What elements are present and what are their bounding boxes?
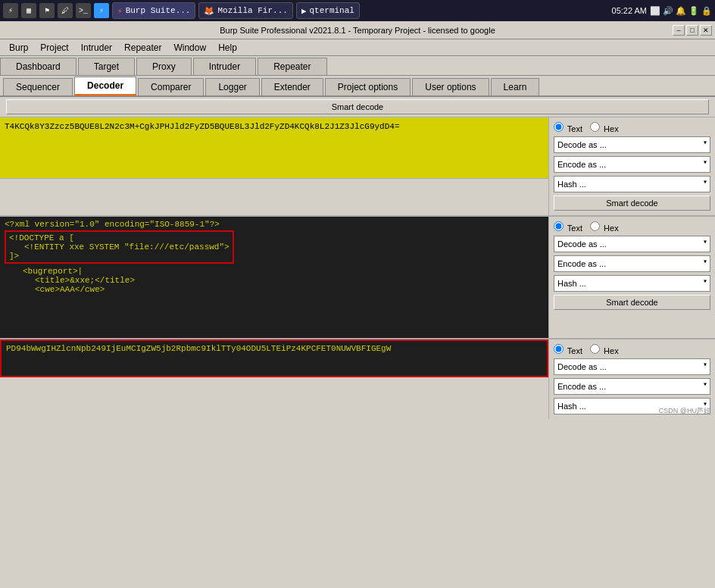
taskbar-sys-icon2: ▦ [21, 3, 36, 18]
section3-decode-dropdown[interactable]: Decode as ... [554, 358, 710, 375]
section1-smart-decode-button[interactable]: Smart decode [554, 195, 710, 211]
section2-hash-dropdown[interactable]: Hash ... [554, 275, 710, 292]
section3-decode-wrapper: Decode as ... [554, 358, 710, 375]
section2-radio-hex[interactable] [590, 221, 600, 231]
xml-line-4: ]> [9, 252, 229, 261]
tab-dashboard[interactable]: Dashboard [0, 58, 76, 75]
section2-radio-text[interactable] [554, 221, 564, 231]
menu-repeater[interactable]: Repeater [118, 41, 167, 55]
section1-radio-text[interactable] [554, 122, 564, 132]
section2-radio-hex-label[interactable]: Hex [590, 221, 619, 233]
taskbar-app-firefox-label: Mozilla Fir... [217, 6, 287, 15]
tab-project-options[interactable]: Project options [325, 78, 411, 95]
menu-bar: Burp Project Intruder Repeater Window He… [0, 39, 715, 56]
section1-radio-hex[interactable] [590, 122, 600, 132]
section2-radio-text-label[interactable]: Text [554, 221, 582, 233]
tabs-row1: Dashboard Target Proxy Intruder Repeater [0, 56, 715, 76]
menu-intruder[interactable]: Intruder [75, 41, 118, 55]
xml-line-2: <!DOCTYPE a [ [9, 233, 229, 242]
section1-radio-hex-label[interactable]: Hex [590, 122, 619, 133]
section3-radio-text[interactable] [554, 344, 564, 354]
section1-hash-dropdown[interactable]: Hash ... [554, 176, 710, 192]
section1-decode-dropdown[interactable]: Decode as ... [554, 136, 710, 153]
tab-learn[interactable]: Learn [491, 78, 540, 95]
terminal-icon: ▶ [301, 6, 307, 16]
section2-encode-wrapper: Encode as ... [554, 255, 710, 272]
xml-line-1: <?xml version="1.0" encoding="ISO-8859-1… [5, 220, 544, 229]
xml-line-5: <bugreport>| [5, 267, 544, 276]
taskbar-app-burp-label: Burp Suite... [126, 6, 191, 15]
section2-smart-decode-button[interactable]: Smart decode [554, 295, 710, 310]
tab-user-options[interactable]: User options [412, 78, 489, 95]
section2-hash-wrapper: Hash ... [554, 275, 710, 292]
taskbar-time: 05:22 AM [612, 6, 647, 15]
decoder-section-3: PD94bWwgIHZlcnNpb249IjEuMCIgZW5jb2Rpbmc9… [0, 339, 715, 419]
main-content: Smart decode T4KCQk8Y3Zzcz5BQUE8L2N2c3M+… [0, 97, 715, 588]
xml-line-3: <!ENTITY xxe SYSTEM "file:///etc/passwd"… [9, 242, 229, 252]
section2-encode-dropdown[interactable]: Encode as ... [554, 255, 710, 272]
window-controls[interactable]: – □ ✕ [673, 25, 712, 36]
tab-logger[interactable]: Logger [205, 78, 259, 95]
section3-radio-row: Text Hex [554, 344, 710, 355]
section1-decode-wrapper: Decode as ... [554, 136, 710, 153]
xml-line-6: <title>&xxe;</title> [5, 276, 544, 285]
taskbar-app-terminal-label: qterminal [310, 6, 354, 15]
smart-decode-top-bar: Smart decode [0, 97, 715, 117]
menu-project[interactable]: Project [34, 41, 74, 55]
section1-radio-text-label[interactable]: Text [554, 122, 582, 133]
menu-burp[interactable]: Burp [3, 41, 34, 55]
smart-decode-top-button[interactable]: Smart decode [6, 99, 709, 114]
section3-radio-text-label[interactable]: Text [554, 344, 582, 355]
bell-icon: 🔔 [676, 6, 686, 16]
lock-icon: 🔒 [701, 6, 712, 16]
tab-repeater[interactable]: Repeater [258, 58, 326, 75]
section1-text-wrapper: T4KCQk8Y3Zzcz5BQUE8L2N2c3M+CgkJPHJld2FyZ… [0, 117, 548, 215]
section3-radio-hex-label[interactable]: Hex [590, 344, 619, 355]
taskbar-sys-icon3: ⚑ [39, 3, 55, 18]
section3-text-wrapper: PD94bWwgIHZlcnNpb249IjEuMCIgZW5jb2Rpbmc9… [0, 339, 548, 419]
section1-encode-dropdown[interactable]: Encode as ... [554, 156, 710, 173]
close-button[interactable]: ✕ [700, 25, 712, 36]
tab-decoder[interactable]: Decoder [74, 77, 136, 95]
section3-radio-hex[interactable] [590, 344, 600, 354]
section3-encode-dropdown[interactable]: Encode as ... [554, 378, 710, 395]
tab-intruder[interactable]: Intruder [193, 58, 256, 75]
taskbar-sys-icon4: 🖊 [58, 3, 73, 18]
section1-scrollbar [0, 178, 548, 186]
firefox-icon: 🦊 [204, 6, 214, 16]
taskbar-sys-icons: ⬜ 🔊 🔔 🔋 🔒 [650, 6, 712, 16]
taskbar-app-terminal[interactable]: ▶ qterminal [296, 2, 360, 19]
tab-proxy[interactable]: Proxy [136, 58, 192, 75]
section2-decode-dropdown[interactable]: Decode as ... [554, 236, 710, 252]
section2-right-panel: Text Hex Decode as ... Encode as ... Has… [548, 217, 715, 338]
section3-right-panel: Text Hex Decode as ... Encode as ... Has… [548, 339, 715, 419]
minimize-button[interactable]: – [673, 25, 685, 36]
maximize-button[interactable]: □ [686, 25, 698, 36]
decoder-section-2: <?xml version="1.0" encoding="ISO-8859-1… [0, 216, 715, 338]
menu-window[interactable]: Window [167, 41, 212, 55]
taskbar-app-burp[interactable]: ⚡ Burp Suite... [112, 2, 195, 19]
battery-icon: 🔋 [688, 6, 699, 16]
taskbar-app-firefox[interactable]: 🦊 Mozilla Fir... [198, 2, 292, 19]
section1-encode-wrapper: Encode as ... [554, 156, 710, 173]
decoder-section-1: T4KCQk8Y3Zzcz5BQUE8L2N2c3M+CgkJPHJld2FyZ… [0, 117, 715, 215]
title-bar-text: Burp Suite Professional v2021.8.1 - Temp… [220, 26, 495, 35]
section1-text-area[interactable]: T4KCQk8Y3Zzcz5BQUE8L2N2c3M+CgkJPHJld2FyZ… [0, 117, 548, 178]
section1-right-panel: Text Hex Decode as ... Encode as ... Has… [548, 117, 715, 215]
section3-encode-wrapper: Encode as ... [554, 378, 710, 395]
section1-hash-wrapper: Hash ... [554, 176, 710, 192]
tab-target[interactable]: Target [78, 58, 135, 75]
section1-radio-row: Text Hex [554, 122, 710, 133]
taskbar-burp-icon[interactable]: ⚡ [94, 3, 109, 18]
section3-hash-output[interactable]: PD94bWwgIHZlcnNpb249IjEuMCIgZW5jb2Rpbmc9… [0, 339, 548, 377]
taskbar: ⚡ ▦ ⚑ 🖊 >_ ⚡ ⚡ Burp Suite... 🦊 Mozilla F… [0, 0, 715, 21]
menu-help[interactable]: Help [212, 41, 243, 55]
xml-highlight-box: <!DOCTYPE a [ <!ENTITY xxe SYSTEM "file:… [5, 230, 234, 264]
tabs-row2: Sequencer Decoder Comparer Logger Extend… [0, 76, 715, 97]
xml-line-7: <cwe>AAA</cwe> [5, 285, 544, 294]
monitor-icon: ⬜ [650, 6, 660, 16]
tab-extender[interactable]: Extender [261, 78, 323, 95]
tab-comparer[interactable]: Comparer [138, 78, 204, 95]
tab-sequencer[interactable]: Sequencer [3, 78, 73, 95]
section2-text-area[interactable]: <?xml version="1.0" encoding="ISO-8859-1… [0, 217, 548, 338]
